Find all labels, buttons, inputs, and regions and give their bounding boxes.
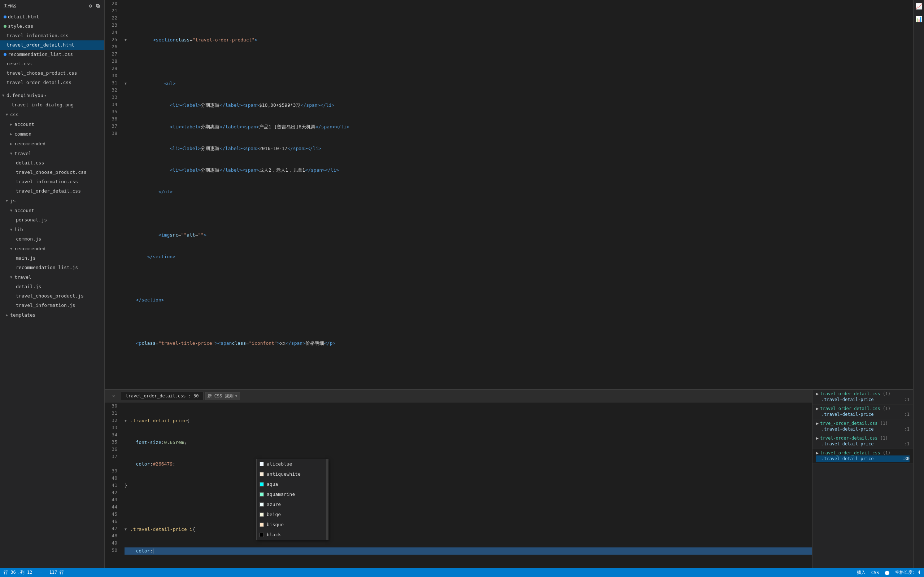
selector-label: .travel-detail-price [822,427,874,432]
file-label: common.js [16,235,41,243]
folder-label: account [15,206,34,214]
line-ref: :1 [905,442,909,446]
autocomplete-item-azure[interactable]: azure [257,500,328,509]
file-travel-information-js[interactable]: travel_information.js [0,301,104,310]
file-detail-js[interactable]: detail.js [0,282,104,292]
right-panel-filename-4[interactable]: trvel-order-detail.css [820,436,877,441]
autocomplete-item-bisque[interactable]: bisque [257,520,328,530]
user-root[interactable]: d.fenqihuiyou ▾ [0,90,104,100]
autocomplete-scrollbar[interactable] [326,459,328,540]
autocomplete-item-aqua[interactable]: aqua [257,479,328,489]
color-swatch [260,462,264,466]
file-common-js[interactable]: common.js [0,234,104,244]
folder-travel-css[interactable]: travel [0,148,104,158]
fold-arrow-user [2,91,6,100]
folder-recommended[interactable]: recommended [0,139,104,148]
file-style-css[interactable]: style.css [0,22,104,31]
file-travel-information-css[interactable]: travel_information.css [0,177,104,187]
color-swatch [260,502,264,507]
folder-label: lib [15,226,23,234]
right-panel-item-3: ▶ trve_-order_detail.css (1) .travel-det… [813,419,913,434]
top-editor: 20 21 22 23 24 25 26 27 28 29 30 31 32 3… [105,0,913,390]
right-panel-subitem-1[interactable]: .travel-detail-price :1 [816,396,909,403]
file-travel-choose-product-js[interactable]: travel_choose_product.js [0,292,104,301]
split-icon[interactable]: ⧉ [95,2,101,10]
folder-account[interactable]: account [0,119,104,129]
file-travel-choose-product-css[interactable]: travel_choose_product.css [0,69,104,78]
close-tab-btn[interactable]: ✕ [108,392,120,400]
file-travel-order-detail-css[interactable]: travel_order_detail.css [0,78,104,87]
line-ref: :1 [905,397,909,402]
right-panel-subitem-3[interactable]: .travel-detail-price :1 [816,426,909,432]
folder-common[interactable]: common [0,129,104,139]
autocomplete-item-aliceblue[interactable]: aliceblue [257,459,328,469]
file-label: style.css [8,23,33,30]
top-files: detail.html style.css travel_information… [0,12,104,87]
user-label: d.fenqihuiyou [6,92,43,100]
color-swatch [260,533,264,537]
right-panel-filename-1[interactable]: travel_order_detail.css [820,391,880,396]
folder-label: travel [15,150,31,158]
right-panel-filename-2[interactable]: travel_order_detail.css [820,406,880,411]
file-travel-order-detail-css2[interactable]: travel_order_detail.css [0,187,104,196]
autocomplete-item-beige[interactable]: beige [257,509,328,520]
folder-recommended-js[interactable]: recommended [0,244,104,253]
folder-account-js[interactable]: account [0,206,104,215]
language-mode[interactable]: CSS [871,570,879,575]
file-label: recommendation_list.js [16,264,78,272]
right-panel-subitem-4[interactable]: .travel-detail-price :1 [816,441,909,447]
folder-templates[interactable]: templates [0,310,104,320]
file-travel-info-css[interactable]: travel_information.css [0,31,104,40]
file-personal-js[interactable]: personal.js [0,215,104,225]
css-tab[interactable]: travel_order_detail.css : 30 [121,392,203,400]
autocomplete-item-antiquewhite[interactable]: antiquewhite [257,469,328,479]
expand-triangle-3[interactable]: ▶ [816,421,819,426]
expand-triangle-1[interactable]: ▶ [816,391,819,396]
line-ref: :1 [905,412,909,417]
file-travel-info-dialog[interactable]: travel-info-dialog.png [0,100,104,110]
folder-lib[interactable]: lib [0,225,104,234]
folder-js[interactable]: js [0,196,104,206]
top-code-container[interactable]: 20 21 22 23 24 25 26 27 28 29 30 31 32 3… [105,0,913,377]
new-css-rule-btn[interactable]: 新 CSS 规则 ▾ [205,392,240,400]
folder-label: common [15,130,31,138]
dot-indicator [3,53,6,56]
file-recommendation-list-css[interactable]: recommendation_list.css [0,50,104,59]
color-name: aqua [267,480,278,488]
fold-arrow-account [10,120,15,128]
expand-triangle-5[interactable]: ▶ [816,450,819,456]
css-code-container[interactable]: 30 31 32 33 34 35 36 37 39 40 41 42 43 [105,403,812,577]
color-name: aquamarine [267,490,295,498]
file-travel-choose-product-css2[interactable]: travel_choose_product.css [0,168,104,177]
file-travel-order-detail-html[interactable]: travel_order_detail.html [0,40,104,50]
main-area: 20 21 22 23 24 25 26 27 28 29 30 31 32 3… [105,0,913,577]
folder-travel-js[interactable]: travel [0,272,104,282]
folder-label: templates [10,311,36,319]
color-name: antiquewhite [267,470,300,478]
line-count: — [39,570,42,575]
expand-triangle-4[interactable]: ▶ [816,436,819,441]
expand-triangle-2[interactable]: ▶ [816,406,819,411]
right-panel-subitem-5[interactable]: .travel-detail-price :30 [816,456,909,462]
right-panel-item-2: ▶ travel_order_detail.css (1) .travel-de… [813,405,913,419]
file-label: travel_order_detail.css [16,187,81,195]
file-label: recommendation_list.css [8,50,73,58]
right-panel-subitem-2[interactable]: .travel-detail-price :1 [816,411,909,417]
file-detail-css[interactable]: detail.css [0,158,104,168]
settings-icon[interactable]: ⚙ [89,2,93,10]
chart-line-icon[interactable]: 📈 [914,2,924,11]
fold-arrow-account-js [10,206,15,214]
autocomplete-item-black[interactable]: black [257,530,328,540]
file-detail-html[interactable]: detail.html [0,12,104,22]
file-reset-css[interactable]: reset.css [0,59,104,69]
file-label: detail.html [8,13,39,21]
css-code-lines: .travel-detail-price{ font-size: 0.65rem… [121,403,812,577]
right-panel-filename-5[interactable]: travel_order_detail.css [820,450,880,456]
file-main-js[interactable]: main.js [0,253,104,263]
file-recommendation-list-js[interactable]: recommendation_list.js [0,263,104,272]
close-icon[interactable]: ✕ [112,393,115,398]
bar-chart-icon[interactable]: 📊 [914,14,924,24]
right-panel-filename-3[interactable]: trve_-order_detail.css [820,421,877,426]
folder-css[interactable]: css [0,110,104,119]
autocomplete-item-aquamarine[interactable]: aquamarine [257,489,328,500]
